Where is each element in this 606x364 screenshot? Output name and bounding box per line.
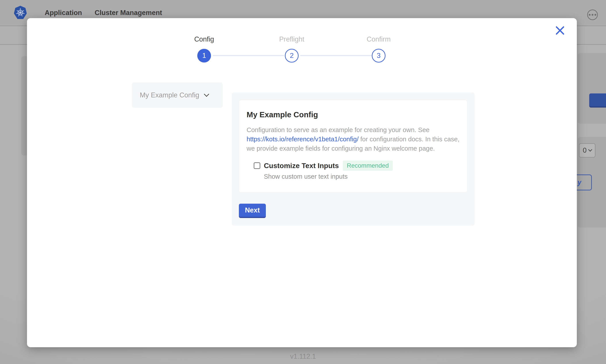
step-label-preflight: Preflight [259, 35, 325, 43]
background-select: 0 [579, 143, 595, 157]
step-circle-1: 1 [197, 49, 211, 63]
config-description-line3: we provide example fields for configurin… [247, 144, 460, 153]
step-circle-2: 2 [285, 49, 299, 63]
config-description-line1: Configuration to serve as an example for… [247, 125, 460, 134]
config-group-label: My Example Config [140, 91, 199, 99]
kubernetes-logo [13, 6, 28, 20]
config-description-line2: https://kots.io/reference/v1beta1/config… [247, 134, 460, 144]
step-label-confirm: Confirm [345, 35, 412, 43]
background-panel-right-top [578, 53, 606, 124]
config-description: Configuration to serve as an example for… [247, 125, 460, 153]
app-version: v1.112.1 [0, 352, 606, 361]
chevron-down-icon [204, 91, 209, 97]
step-label-config: Config [171, 35, 237, 43]
step-connector [213, 55, 284, 56]
customize-text-inputs-help: Show custom user text inputs [264, 173, 460, 180]
background-blue-button [589, 93, 606, 108]
config-panel: My Example Config Configuration to serve… [232, 92, 475, 226]
background-outlined-button-label: y [578, 179, 581, 186]
recommended-badge: Recommended [343, 161, 393, 171]
close-icon[interactable] [554, 25, 566, 36]
config-group-selector[interactable]: My Example Config [132, 82, 223, 108]
customize-text-inputs-checkbox[interactable] [254, 162, 260, 169]
background-select-value: 0 [583, 146, 587, 154]
customize-text-inputs-label: Customize Text Inputs [264, 162, 339, 170]
customize-text-inputs-option: Customize Text Inputs Recommended [247, 161, 460, 171]
step-circle-3: 3 [372, 49, 386, 63]
step-connector [300, 55, 372, 56]
config-description-line2-rest: for configuration docs. In this case, [358, 136, 459, 143]
ellipsis-menu-icon [587, 10, 598, 20]
config-docs-link[interactable]: https://kots.io/reference/v1beta1/config… [247, 136, 358, 143]
chevron-down-icon [588, 148, 592, 152]
config-wizard-modal: Config Preflight Confirm 1 2 3 My Exampl… [27, 18, 577, 347]
next-button[interactable]: Next [239, 204, 266, 218]
config-section-title: My Example Config [247, 110, 460, 119]
config-card: My Example Config Configuration to serve… [239, 100, 467, 193]
